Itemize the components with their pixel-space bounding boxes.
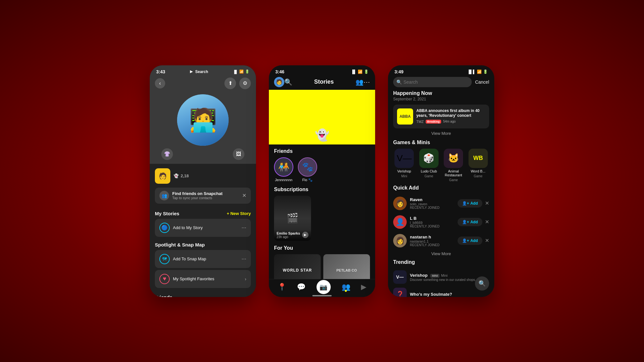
game-icon-word: WB [469, 149, 488, 168]
snapchat-ghost: 👻 [315, 128, 329, 142]
add-button-nastaran[interactable]: 👤+ Add [458, 237, 482, 245]
view-more-news[interactable]: View More [393, 131, 489, 136]
friend-story-1[interactable]: 🧑‍🤝‍🧑 Jennnnnnn [274, 157, 293, 182]
more-dots-map[interactable]: ··· [242, 255, 246, 262]
more-icon-stories[interactable]: ⋯ [364, 78, 370, 86]
qa-status-nastaran: RECENTLY JOINED [410, 243, 440, 247]
game-card-ludo[interactable]: 🎲 Ludo Club Game [418, 149, 440, 182]
qa-status-raven: RECENTLY JOINED [410, 206, 440, 209]
search-icon-stories[interactable]: 🔍 [284, 78, 292, 86]
snap-map-icon: 🗺 [159, 254, 170, 264]
signal-icon-2: ▐▌ [351, 70, 356, 74]
news-source-1: TMZ [416, 120, 424, 124]
view-more-qa[interactable]: View More [393, 251, 489, 256]
nav-camera-button[interactable]: 📷 [317, 280, 331, 294]
nav-map-icon[interactable]: 📍 [278, 283, 286, 291]
dismiss-nastaran[interactable]: ✕ [485, 237, 489, 244]
my-stories-title: My Stories [155, 211, 179, 216]
trending-desc-verishop: Discover something new in our curated sh… [410, 278, 476, 282]
my-spotlight-favorites[interactable]: ♥ My Spotlight Favorites › [155, 270, 251, 288]
add-to-snap-map[interactable]: 🗺 Add To Snap Map ··· [155, 250, 251, 268]
search-input[interactable] [393, 77, 472, 87]
game-name-verishop: Verishop [397, 169, 411, 173]
snap-score: 2,18 [181, 173, 189, 178]
qa-username-lb: l_b8669 [410, 221, 440, 225]
spotlight-fav-label: My Spotlight Favorites [173, 276, 214, 281]
add-story-left: 🔵 Add to My Story [159, 223, 203, 233]
back-button[interactable]: ‹ [155, 78, 165, 88]
game-name-animal: Animal Restaurant [442, 169, 465, 177]
game-card-verishop[interactable]: V— Verishop Mini [393, 149, 415, 182]
add-to-my-story[interactable]: 🔵 Add to My Story ··· [155, 219, 251, 237]
qa-avatar-nastaran: 👩 [393, 234, 407, 247]
add-button-raven[interactable]: 👤+ Add [458, 199, 482, 208]
settings-button[interactable]: ⚙ [239, 78, 251, 89]
friend-name-2: Flo 🐾 [302, 178, 313, 182]
games-row: V— Verishop Mini 🎲 Ludo Club Game 🐱 [393, 149, 489, 182]
add-friend-icon[interactable]: 👥 [355, 78, 364, 86]
profile-header: ‹ ⬆ ⚙ 🧑‍💻 👚 🖼 [150, 76, 256, 164]
game-card-word[interactable]: WB Word B... Game [467, 149, 489, 182]
qa-left-lb: 👤 L B l_b8669 RECENTLY JOINED [393, 215, 440, 229]
upload-button[interactable]: ⬆ [224, 78, 236, 89]
find-friends-banner[interactable]: 👥 Find friends on Snapchat Tap to sync y… [155, 188, 251, 204]
play-indicator: ▶ [302, 232, 308, 238]
bitmoji-avatar: 🧑‍💻 [177, 94, 229, 146]
heart-icon: ♥ [159, 274, 170, 284]
action-icon-left[interactable]: 👚 [161, 148, 173, 160]
time-2: 3:46 [275, 69, 284, 74]
more-dots-story[interactable]: ··· [242, 224, 246, 231]
game-icon-animal: 🐱 [444, 149, 463, 168]
qa-name-raven: Raven [410, 197, 440, 202]
trending-info-verishop: Verishop MINI Mini Discover something ne… [410, 272, 476, 282]
wifi-icon-3: 📶 [477, 70, 482, 74]
cancel-button[interactable]: Cancel [475, 79, 489, 85]
dismiss-raven[interactable]: ✕ [485, 200, 489, 206]
add-button-lb[interactable]: 👤+ Add [458, 218, 482, 226]
floating-search-button[interactable]: 🔍 [475, 276, 489, 291]
trending-name-verishop: Verishop [410, 273, 428, 278]
find-friends-content: 👥 Find friends on Snapchat Tap to sync y… [159, 191, 223, 200]
my-stories-header: My Stories + New Story [155, 206, 251, 219]
news-thumb-1: ABBA [397, 108, 413, 125]
for-you-label-2: PETLAB CO [335, 267, 358, 274]
dismiss-lb[interactable]: ✕ [485, 219, 489, 225]
nav-chat-icon[interactable]: 💬 [297, 283, 306, 291]
subscription-card-1[interactable]: 🎬 Emilio Sparks 23h ago ▶ [274, 196, 311, 241]
profile-stats: 👻 2,18 [174, 172, 189, 180]
news-card-1[interactable]: ABBA ABBA announces first album in 40 ye… [393, 105, 489, 128]
action-icon-right[interactable]: 🖼 [233, 148, 244, 160]
game-card-animal[interactable]: 🐱 Animal Restaurant Game [442, 149, 465, 182]
news-headline-1: ABBA announces first album in 40 years, … [416, 108, 485, 118]
games-section: Games & Minis V— Verishop Mini 🎲 Ludo Cl… [388, 140, 494, 182]
qa-username-nastaran: nastaran1.1 [410, 239, 440, 243]
user-avatar-stories[interactable]: 🧑 [274, 77, 284, 87]
nav-friends-icon[interactable]: 👥 [342, 283, 350, 291]
subscriptions-label: Subscriptions [274, 187, 370, 192]
nav-discover-icon[interactable]: ▶ [361, 283, 366, 291]
new-story-button[interactable]: + New Story [227, 211, 251, 216]
game-name-ludo: Ludo Club [421, 169, 437, 173]
wifi-icon-2: 📶 [358, 70, 363, 74]
trending-item-soulmate[interactable]: ❓ Who's my Soulmate? [393, 286, 489, 297]
qa-left-nastaran: 👩 nastaran h nastaran1.1 RECENTLY JOINED [393, 234, 440, 247]
bottom-avatar-icons: 👚 🖼 [155, 148, 251, 160]
friends-active-dot [345, 290, 347, 292]
trending-name-soulmate: Who's my Soulmate? [410, 292, 452, 297]
chevron-right: › [245, 276, 246, 282]
friend-story-2[interactable]: 🐾 Flo 🐾 [298, 157, 317, 182]
phone-2: 3:46 ▐▌ 📶 🔋 🧑 🔍 Stories 👥 ⋯ 👻 Friends [269, 65, 375, 297]
dismiss-icon[interactable]: ✕ [242, 192, 246, 199]
story-thumbnail[interactable]: 🧑 [155, 168, 170, 184]
search-label-1: Search [195, 70, 208, 74]
game-icon-verishop: V— [394, 149, 414, 168]
battery-icon-2: 🔋 [364, 70, 369, 74]
search-bar-row: 🔍 Cancel [388, 76, 494, 90]
phone-3: 3:49 ▐▌▌ 📶 🔋 🔍 Cancel Happening Now Sept… [388, 65, 494, 297]
add-icon-nastaran: 👤+ [462, 238, 469, 243]
find-friends-title: Find friends on Snapchat [172, 191, 223, 196]
phone-1: 3:43 ▶ Search ▐▌ 📶 🔋 ‹ ⬆ ⚙ � [150, 65, 256, 297]
qa-actions-raven: 👤+ Add ✕ [458, 199, 489, 208]
breaking-badge: Breaking [426, 120, 441, 124]
qa-actions-nastaran: 👤+ Add ✕ [458, 237, 489, 245]
